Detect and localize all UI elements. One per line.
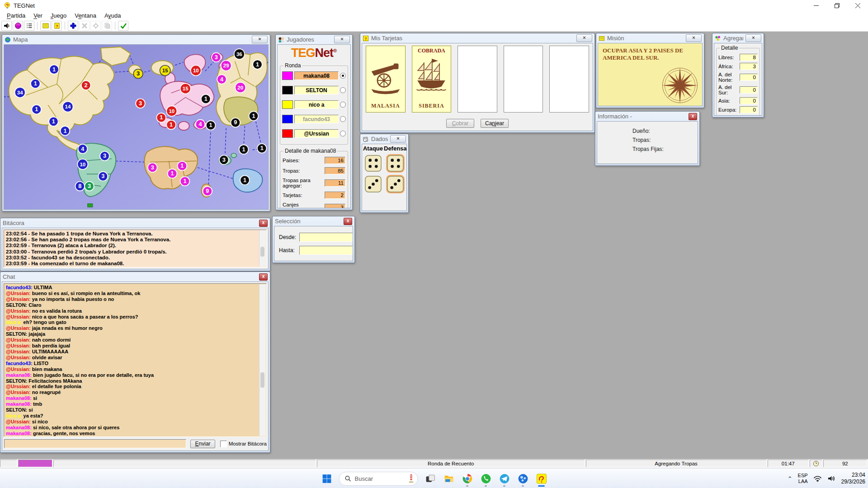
send-button[interactable]: Enviar — [190, 440, 215, 448]
army-marker[interactable]: 15 — [160, 66, 170, 76]
chat-scrollbar[interactable] — [259, 284, 266, 436]
army-marker[interactable]: 1 — [156, 113, 166, 122]
army-marker[interactable]: 4 — [78, 144, 88, 154]
bitacora-titlebar[interactable]: Bitácora x — [0, 218, 270, 228]
army-marker[interactable]: 10 — [191, 66, 201, 76]
volume-icon[interactable] — [827, 475, 836, 482]
mapa-titlebar[interactable]: Mapa × — [2, 35, 270, 44]
army-marker[interactable]: 29 — [221, 61, 231, 71]
player-name[interactable]: SELTON — [294, 86, 339, 94]
close-icon[interactable]: × — [334, 36, 350, 43]
army-marker[interactable]: 8 — [75, 182, 85, 191]
taskbar-app-telegram[interactable] — [498, 469, 511, 488]
taskbar-app-explorer[interactable] — [443, 469, 455, 488]
agregar-titlebar[interactable]: Agregar × — [712, 33, 764, 43]
notes-toolbar-button[interactable] — [40, 21, 51, 31]
army-marker[interactable]: 1 — [166, 120, 176, 130]
army-marker[interactable]: 4 — [217, 75, 226, 84]
canjear-button[interactable]: Canjear — [481, 119, 509, 128]
army-marker[interactable]: 4 — [196, 120, 205, 129]
player-radio[interactable] — [340, 131, 346, 136]
window-mapa[interactable]: Mapa × — [2, 34, 270, 211]
window-mis-tarjetas[interactable]: ? Mis Tarjetas × MALASIACOBRADASIBERIA C… — [360, 33, 595, 133]
close-icon[interactable]: × — [576, 34, 592, 42]
close-icon[interactable]: x — [344, 218, 352, 225]
help-card-toolbar-button[interactable]: ? — [52, 21, 62, 31]
window-bitacora[interactable]: Bitácora x 23:02:54 - Se ha pasado 1 tro… — [0, 218, 270, 271]
army-marker[interactable]: 1 — [201, 94, 211, 104]
player-radio[interactable] — [340, 102, 346, 108]
log-list-toolbar-button[interactable] — [24, 21, 34, 31]
seleccion-titlebar[interactable]: Selección x — [273, 216, 354, 226]
army-marker[interactable]: 1 — [240, 175, 250, 185]
army-marker[interactable]: 36 — [234, 49, 245, 59]
language-indicator[interactable]: ESPLAA — [798, 473, 808, 484]
army-marker[interactable]: 1 — [49, 65, 59, 74]
menu-partida[interactable]: Partida — [3, 12, 29, 19]
army-marker[interactable]: 3 — [148, 163, 157, 172]
player-name[interactable]: @Urssian — [294, 129, 339, 138]
dados-titlebar[interactable]: Dados × — [360, 134, 408, 144]
army-marker[interactable]: 20 — [235, 82, 245, 93]
army-marker[interactable]: 3 — [212, 53, 221, 62]
window-agregar[interactable]: Agregar × Detalle Libres:8África:3A. del… — [712, 33, 764, 117]
close-icon[interactable]: × — [745, 34, 761, 42]
taskbar-app-taskview[interactable] — [424, 469, 437, 488]
window-mision[interactable]: Misión × OCUPAR ASIA Y 2 PAISES DE AMERI… — [596, 33, 704, 108]
window-dados[interactable]: Dados × Ataque Defensa — [360, 134, 409, 213]
window-jugadores[interactable]: Jugadores × TEGNet® Ronda makana08SELTON… — [275, 34, 353, 210]
army-marker[interactable]: 1 — [239, 145, 249, 154]
search-input[interactable]: Buscar — [339, 472, 418, 486]
army-marker[interactable]: 14 — [62, 102, 73, 112]
army-marker[interactable]: 3 — [219, 155, 229, 164]
taskbar-app-start[interactable] — [321, 469, 333, 488]
menu-ver[interactable]: Ver — [29, 12, 47, 19]
add-troops-toolbar-button[interactable] — [68, 21, 78, 31]
army-marker[interactable]: 1 — [61, 126, 70, 136]
minimize-button[interactable] — [806, 0, 826, 11]
jugadores-titlebar[interactable]: Jugadores × — [276, 35, 352, 44]
taskbar-app-whatsapp[interactable] — [480, 469, 492, 488]
army-marker[interactable]: 1 — [180, 177, 190, 186]
close-button[interactable] — [847, 0, 868, 11]
army-marker[interactable]: 1 — [32, 105, 41, 114]
player-name[interactable]: makana08 — [294, 71, 339, 80]
player-radio[interactable] — [340, 116, 346, 122]
window-seleccion[interactable]: Selección x Desde: Hasta: — [272, 216, 355, 263]
army-marker[interactable]: 3 — [100, 151, 109, 161]
territory-card[interactable]: MALASIA — [366, 46, 406, 113]
army-marker[interactable]: 3 — [85, 182, 94, 191]
army-marker[interactable]: 2 — [81, 80, 91, 90]
army-marker[interactable]: 10 — [166, 106, 177, 116]
taskbar-app-tegnet[interactable] — [535, 469, 548, 488]
territory-card[interactable]: COBRADASIBERIA — [412, 46, 452, 113]
player-name[interactable]: nico a — [294, 100, 339, 109]
army-marker[interactable]: 1 — [253, 60, 262, 69]
show-log-checkbox[interactable] — [220, 441, 227, 447]
informacion-titlebar[interactable]: Información - x — [595, 112, 699, 121]
army-marker[interactable]: 1 — [168, 169, 177, 178]
close-icon[interactable]: x — [259, 220, 268, 227]
close-icon[interactable]: x — [689, 113, 697, 120]
taskbar-app-chrome[interactable] — [461, 469, 474, 488]
army-marker[interactable]: 3 — [133, 69, 143, 79]
desde-input[interactable] — [299, 233, 353, 242]
army-marker[interactable]: 1 — [178, 161, 187, 171]
tray-chevron-icon[interactable]: ⌃ — [788, 475, 793, 482]
army-marker[interactable]: 9 — [231, 118, 241, 127]
menu-juego[interactable]: Juego — [47, 12, 71, 19]
army-marker[interactable]: 3 — [99, 172, 108, 181]
log-scrollbar[interactable] — [259, 230, 266, 267]
close-icon[interactable]: × — [252, 36, 268, 43]
menu-ayuda[interactable]: Ayuda — [100, 12, 125, 19]
sound-toolbar-button[interactable] — [1, 21, 12, 31]
close-icon[interactable]: × — [390, 135, 406, 143]
clock[interactable]: 23:0429/3/2026 — [841, 472, 865, 485]
player-radio[interactable] — [340, 87, 346, 93]
army-marker[interactable]: 10 — [77, 159, 88, 169]
tarjetas-titlebar[interactable]: ? Mis Tarjetas × — [360, 33, 594, 43]
chat-titlebar[interactable]: Chat x — [0, 272, 270, 282]
teg-globe-toolbar-button[interactable] — [13, 21, 23, 31]
wifi-icon[interactable] — [813, 475, 822, 482]
player-name[interactable]: facundo43 — [294, 115, 339, 123]
